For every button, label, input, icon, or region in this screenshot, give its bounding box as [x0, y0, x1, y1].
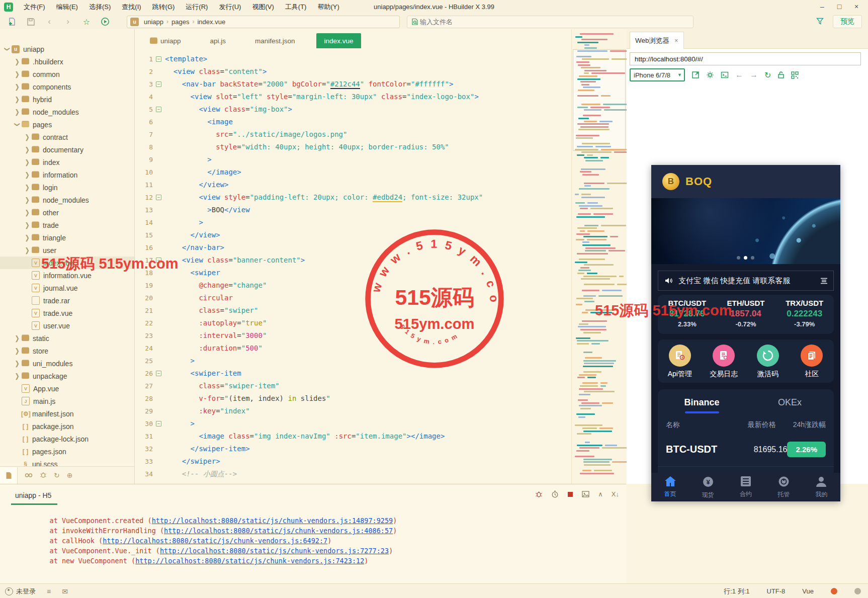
new-file-icon[interactable] [6, 16, 19, 27]
menu-item-编辑E[interactable]: 编辑(E) [51, 0, 83, 14]
code-line[interactable]: 34 <!-- 小圆点--> [135, 468, 571, 480]
menu-item-查找I[interactable]: 查找(I) [116, 0, 146, 14]
tree-item-node_modules[interactable]: ❯node_modules [0, 194, 134, 206]
device-select[interactable]: iPhone 6/7/8 ▼ [630, 68, 685, 81]
menu-item-发行U[interactable]: 发行(U) [213, 0, 246, 14]
mail-icon[interactable]: ✉ [62, 587, 68, 595]
stack-trace-link[interactable]: http://localhost:8080/static/js/chunk-ve… [103, 537, 327, 545]
quick-link-Api管理[interactable]: Api管理 [658, 339, 702, 383]
bug-icon[interactable] [535, 490, 543, 498]
arrow-left-icon[interactable]: ← [735, 70, 743, 79]
sync-icon[interactable]: ↻ [54, 471, 60, 479]
tree-item-.hbuilderx[interactable]: ❯.hbuilderx [0, 55, 134, 68]
tab-合约[interactable]: 合约 [727, 473, 764, 501]
url-input[interactable] [634, 55, 857, 63]
tab-uniapp[interactable]: uniapp [142, 33, 189, 48]
breadcrumb-item[interactable]: index.vue [195, 18, 227, 26]
tree-item-package.json[interactable]: [ ]package.json [0, 420, 134, 433]
tab-index.vue[interactable]: index.vue [316, 33, 362, 48]
tab-首页[interactable]: 首页 [651, 473, 689, 501]
collapse-icon[interactable]: ∧ [598, 490, 603, 498]
stack-trace-link[interactable]: http://localhost:8080/static/js/chunk-ve… [135, 557, 364, 565]
menu-item-选择S[interactable]: 选择(S) [83, 0, 116, 14]
tree-item-trade.rar[interactable]: trade.rar [0, 294, 134, 307]
breadcrumb-item[interactable]: uniapp [142, 18, 165, 26]
code-line[interactable]: 27 class="swiper-item" [135, 380, 571, 392]
tree-item-login[interactable]: ❯login [0, 181, 134, 194]
tree-item-user.vue[interactable]: Vuser.vue [0, 319, 134, 332]
qrcode-icon[interactable] [791, 71, 799, 79]
tree-item-other[interactable]: ❯other [0, 206, 134, 219]
gear-icon[interactable] [706, 71, 714, 79]
tab-现货[interactable]: ¥现货 [689, 473, 727, 501]
chevron-right-icon[interactable]: ❯ [14, 334, 20, 343]
tree-item-index[interactable]: ❯index [0, 156, 134, 168]
screenshot-icon[interactable] [582, 491, 589, 497]
code-line[interactable]: 12− <view style="padding-left: 20upx; co… [135, 191, 571, 204]
chevron-right-icon[interactable]: ❯ [24, 221, 30, 229]
tree-item-unpackage[interactable]: ❯unpackage [0, 370, 134, 382]
file-search-box[interactable] [407, 16, 693, 28]
list-icon[interactable]: ≡ [47, 587, 51, 595]
tab-manifest.json[interactable]: manifest.json [247, 33, 303, 48]
code-line[interactable]: 32 </swiper-item> [135, 443, 571, 455]
tree-item-App.vue[interactable]: VApp.vue [0, 382, 134, 395]
notice-bar[interactable]: 支付宝 微信 快捷充值 请联系客服 [658, 271, 834, 291]
code-line[interactable]: 4 <view slot="left" style="margin-left: … [135, 91, 571, 103]
code-line[interactable]: 33 </swiper> [135, 455, 571, 468]
chevron-right-icon[interactable]: ❯ [14, 108, 20, 116]
ticker-TRX/USDT[interactable]: TRX/USDT0.222243-3.79% [775, 295, 834, 334]
menu-item-跳转G[interactable]: 跳转(G) [147, 0, 181, 14]
tree-item-uniapp[interactable]: ❯uuniapp [0, 43, 134, 55]
code-line[interactable]: 28 v-for="(item, index) in slides" [135, 392, 571, 405]
tree-item-triangle[interactable]: ❯triangle [0, 231, 134, 244]
chevron-right-icon[interactable]: ❯ [24, 209, 30, 217]
chevron-right-icon[interactable]: ❯ [14, 347, 20, 355]
menu-item-工具T[interactable]: 工具(T) [280, 0, 312, 14]
tree-item-trade[interactable]: ❯trade [0, 219, 134, 231]
console-tab[interactable]: uniapp - H5 [15, 491, 51, 499]
tree-item-pages[interactable]: ❯pages [0, 118, 134, 131]
chevron-right-icon[interactable]: ❯ [24, 184, 30, 192]
chevron-right-icon[interactable]: ❯ [14, 58, 20, 66]
chevron-down-icon[interactable]: ❯ [14, 122, 21, 128]
fold-marker-icon[interactable]: − [156, 421, 161, 426]
unlock-icon[interactable] [777, 71, 785, 79]
chevron-right-icon[interactable]: ❯ [14, 372, 20, 380]
minimize-icon[interactable]: – [814, 0, 831, 13]
tree-item-uni_modules[interactable]: ❯uni_modules [0, 357, 134, 370]
maximize-icon[interactable]: □ [831, 0, 848, 13]
tree-item-contract[interactable]: ❯contract [0, 131, 134, 143]
chevron-right-icon[interactable]: ❯ [14, 83, 20, 91]
breadcrumb-item[interactable]: pages [169, 18, 191, 26]
save-icon[interactable] [24, 16, 37, 27]
notification-icon[interactable] [831, 588, 837, 594]
chevron-right-icon[interactable]: ❯ [14, 96, 20, 104]
open-in-new-icon[interactable] [691, 71, 700, 79]
binoculars-icon[interactable] [25, 471, 33, 479]
chevron-right-icon[interactable]: ❯ [24, 146, 30, 154]
preview-button[interactable]: 预览 [833, 15, 862, 28]
code-line[interactable]: 8 style="width: 40upx; height: 40upx; bo… [135, 141, 571, 153]
url-bar[interactable] [630, 52, 861, 65]
chevron-right-icon[interactable]: ❯ [24, 133, 30, 141]
code-line[interactable]: 13 >BOQ</view [135, 204, 571, 216]
code-line[interactable]: 2 <view class="content"> [135, 65, 571, 78]
tree-item-documentary[interactable]: ❯documentary [0, 143, 134, 156]
tree-item-static[interactable]: ❯static [0, 332, 134, 345]
menu-item-帮助Y[interactable]: 帮助(Y) [312, 0, 344, 14]
tree-item-pages.json[interactable]: [ ]pages.json [0, 445, 134, 458]
code-line[interactable]: 29 :key="index" [135, 405, 571, 417]
syntax-mode[interactable]: Vue [802, 587, 814, 595]
stack-trace-link[interactable]: http://localhost:8080/static/js/chunk-ve… [152, 517, 393, 525]
stack-trace-link[interactable]: http://localhost:8080/static/js/chunk-ve… [160, 547, 389, 555]
login-status[interactable]: 未登录 [5, 587, 36, 596]
tree-item-package-lock.json[interactable]: [ ]package-lock.json [0, 433, 134, 445]
close-icon[interactable]: × [848, 0, 865, 13]
arrow-right-icon[interactable]: → [750, 70, 758, 79]
bug-icon[interactable] [40, 471, 47, 480]
tab-托管[interactable]: 托管 [765, 473, 803, 501]
timer-icon[interactable] [551, 490, 559, 498]
tree-item-store[interactable]: ❯store [0, 345, 134, 357]
tree-item-information[interactable]: ❯information [0, 168, 134, 181]
